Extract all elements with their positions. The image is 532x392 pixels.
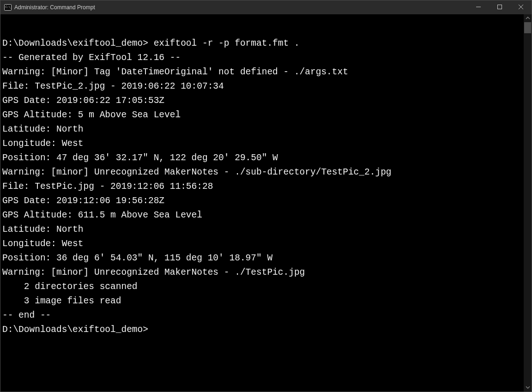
prompt-line: D:\Downloads\exiftool_demo> bbox=[2, 323, 524, 337]
output-line: GPS Altitude: 611.5 m Above Sea Level bbox=[2, 208, 524, 223]
output-line: 2 directories scanned bbox=[2, 280, 524, 294]
close-icon bbox=[519, 4, 523, 11]
output-line: GPS Date: 2019:06:22 17:05:53Z bbox=[2, 94, 524, 108]
scroll-up-button[interactable] bbox=[524, 14, 532, 22]
output-line: GPS Altitude: 5 m Above Sea Level bbox=[2, 108, 524, 122]
minimize-button[interactable] bbox=[468, 0, 489, 14]
chevron-up-icon bbox=[526, 16, 530, 21]
chevron-down-icon bbox=[526, 386, 530, 390]
maximize-icon bbox=[497, 4, 502, 11]
vertical-scrollbar[interactable] bbox=[524, 14, 532, 392]
command-prompt-window: C:\_ Administrator: Command Prompt D:\Do… bbox=[0, 0, 532, 392]
prompt-path: D:\Downloads\exiftool_demo> bbox=[2, 325, 148, 335]
prompt-path: D:\Downloads\exiftool_demo> bbox=[2, 38, 154, 48]
output-line: File: TestPic.jpg - 2019:12:06 11:56:28 bbox=[2, 180, 524, 194]
output-line: Position: 47 deg 36' 32.17" N, 122 deg 2… bbox=[2, 151, 524, 165]
output-line: -- Generated by ExifTool 12.16 -- bbox=[2, 51, 524, 65]
output-line: Longitude: West bbox=[2, 137, 524, 151]
output-line: Warning: [minor] Unrecognized MakerNotes… bbox=[2, 165, 524, 180]
minimize-icon bbox=[476, 4, 481, 11]
output-line: Warning: [Minor] Tag 'DateTimeOriginal' … bbox=[2, 65, 524, 79]
terminal-output[interactable]: D:\Downloads\exiftool_demo> exiftool -r … bbox=[0, 14, 524, 392]
content-area: D:\Downloads\exiftool_demo> exiftool -r … bbox=[0, 14, 532, 392]
maximize-button[interactable] bbox=[489, 0, 510, 14]
output-line: Latitude: North bbox=[2, 122, 524, 137]
output-line: Warning: [minor] Unrecognized MakerNotes… bbox=[2, 265, 524, 280]
close-button[interactable] bbox=[510, 0, 532, 14]
scroll-down-button[interactable] bbox=[524, 384, 532, 392]
window-title: Administrator: Command Prompt bbox=[14, 4, 95, 11]
output-line: Position: 36 deg 6' 54.03" N, 115 deg 10… bbox=[2, 251, 524, 265]
output-line: Longitude: West bbox=[2, 237, 524, 251]
output-line: -- end -- bbox=[2, 308, 524, 323]
output-line: 3 image files read bbox=[2, 294, 524, 308]
scrollbar-thumb[interactable] bbox=[524, 22, 531, 33]
output-line: Latitude: North bbox=[2, 223, 524, 237]
scrollbar-track[interactable] bbox=[524, 22, 532, 384]
svg-text:C:\_: C:\_ bbox=[6, 5, 12, 9]
titlebar[interactable]: C:\_ Administrator: Command Prompt bbox=[0, 0, 532, 14]
output-line: GPS Date: 2019:12:06 19:56:28Z bbox=[2, 194, 524, 208]
prompt-line: D:\Downloads\exiftool_demo> exiftool -r … bbox=[2, 36, 524, 51]
svg-rect-3 bbox=[498, 5, 502, 9]
output-line: File: TestPic_2.jpg - 2019:06:22 10:07:3… bbox=[2, 79, 524, 94]
cmd-icon: C:\_ bbox=[4, 4, 12, 11]
command-text: exiftool -r -p format.fmt . bbox=[154, 38, 300, 48]
